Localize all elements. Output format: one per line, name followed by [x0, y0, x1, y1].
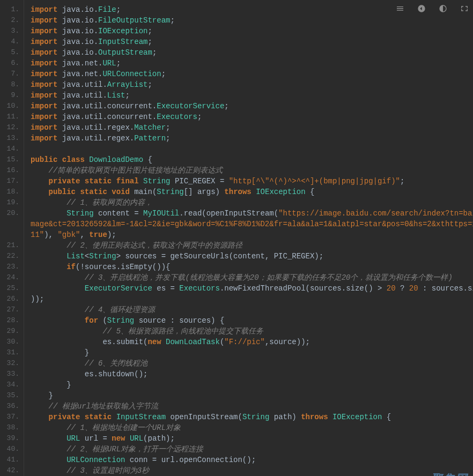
token: static — [85, 177, 112, 185]
fullscreen-icon[interactable] — [459, 3, 470, 14]
line-number: 37. — [2, 412, 19, 422]
token: java.io. — [57, 5, 98, 14]
token: import — [31, 16, 57, 25]
token: ; — [161, 70, 166, 78]
token: ExecutorService — [85, 284, 152, 293]
token — [31, 209, 66, 218]
token: ,source)); — [265, 338, 310, 346]
token: URL — [130, 434, 143, 443]
token: es.shutdown(); — [31, 370, 147, 378]
line-number: 15. — [2, 154, 19, 165]
code-line: import java.util.concurrent.ExecutorServ… — [31, 101, 473, 111]
token: (!sources.isEmpty()){ — [76, 263, 170, 271]
token — [31, 466, 66, 475]
token: } — [31, 381, 71, 389]
line-number: 36. — [2, 401, 19, 412]
line-number: 9. — [2, 90, 19, 101]
token: { — [143, 155, 152, 164]
token: import — [31, 102, 57, 110]
code-editor: 1.2.3.4.5.6.7.8.9.10.11.12.13.14.15.16.1… — [0, 0, 473, 476]
list-icon[interactable] — [395, 3, 405, 14]
token: "F://pic" — [224, 338, 265, 346]
line-number: 3. — [2, 26, 19, 36]
token: openInputStream( — [166, 413, 242, 421]
line-gutter: 1.2.3.4.5.6.7.8.9.10.11.12.13.14.15.16.1… — [0, 0, 24, 476]
code-line: //简单的获取网页中图片图片链接地址的正则表达式 — [31, 165, 473, 176]
token: ExecutorService — [157, 102, 224, 110]
token — [31, 284, 85, 293]
token: ; — [170, 16, 174, 25]
token: //简单的获取网页中图片图片链接地址的正则表达式 — [49, 166, 223, 175]
token: // 根据url地址获取输入字节流 — [49, 402, 158, 411]
token: conn = url.openConnection(); — [125, 456, 256, 464]
line-number: 42. — [2, 465, 19, 476]
token — [107, 188, 112, 196]
token: import — [31, 113, 57, 121]
line-number: 39. — [2, 433, 19, 444]
token: String — [107, 316, 134, 325]
token: import — [31, 134, 57, 143]
token — [31, 252, 66, 261]
token: ), — [44, 230, 57, 239]
code-line: import java.net.URLConnection; — [31, 69, 473, 79]
line-number: 21. — [2, 240, 19, 251]
code-area[interactable]: import java.io.File;import java.io.FileO… — [24, 0, 473, 476]
code-line: es.submit(new DownLoadTask("F://pic",sou… — [31, 337, 473, 347]
token: import — [31, 123, 57, 132]
token: import — [31, 27, 57, 35]
code-line: )); — [31, 294, 473, 304]
code-line: URL url = new URL(path); — [31, 433, 473, 444]
token: ; — [152, 48, 157, 57]
token — [161, 338, 166, 346]
token: es = — [152, 284, 179, 293]
line-number: 38. — [2, 422, 19, 433]
token — [31, 306, 85, 314]
token: import — [31, 80, 57, 89]
token: ; — [224, 102, 228, 110]
line-number: 5. — [2, 47, 19, 58]
token: java.io. — [57, 38, 98, 46]
line-number: 27. — [2, 304, 19, 315]
token: // 1、获取网页的内容， — [66, 198, 152, 207]
back-icon[interactable] — [416, 3, 427, 14]
token: java.io. — [57, 48, 98, 57]
token: .newFixedThreadPool(sources.size() > — [220, 284, 387, 293]
token: URL — [66, 434, 80, 443]
line-number: 8. — [2, 79, 19, 90]
code-line: import java.util.regex.Pattern; — [31, 133, 473, 144]
token: String — [143, 177, 170, 185]
code-line: // 6、关闭线程池 — [31, 358, 473, 369]
token: content = — [94, 209, 143, 218]
token: // 3、设置超时间为3秒 — [66, 466, 149, 475]
token — [31, 434, 66, 443]
toolbar — [395, 3, 470, 14]
token: // 1、根据地址创建一个URL对象 — [66, 423, 181, 432]
token — [31, 413, 49, 421]
token — [31, 359, 85, 368]
line-number: 29. — [2, 326, 19, 337]
line-number — [2, 229, 19, 240]
token: // 5、根据资源路径，向线程池中提交下载任务 — [102, 327, 263, 336]
line-number: 10. — [2, 101, 19, 111]
token: throws — [301, 413, 328, 421]
code-line: import java.io.InputStream; — [31, 36, 473, 47]
token — [31, 402, 49, 411]
code-line: public static void main(String[] args) t… — [31, 187, 473, 197]
code-line: // 根据url地址获取输入字节流 — [31, 401, 473, 412]
code-line: if(!sources.isEmpty()){ — [31, 262, 473, 272]
line-number: 12. — [2, 122, 19, 133]
token: 20 — [409, 284, 418, 293]
token: Pattern — [134, 134, 166, 143]
contrast-icon[interactable] — [438, 3, 448, 14]
token — [31, 273, 85, 282]
line-number: 4. — [2, 36, 19, 47]
token: ; — [147, 80, 152, 89]
token: "https://image.baidu.com/search/index?tn… — [278, 209, 473, 218]
token: public — [31, 155, 57, 164]
line-number: 25. — [2, 283, 19, 294]
code-line — [31, 144, 473, 154]
token: (path); — [143, 434, 175, 443]
token: class — [62, 155, 85, 164]
line-number: 34. — [2, 380, 19, 390]
line-number: 32. — [2, 358, 19, 369]
